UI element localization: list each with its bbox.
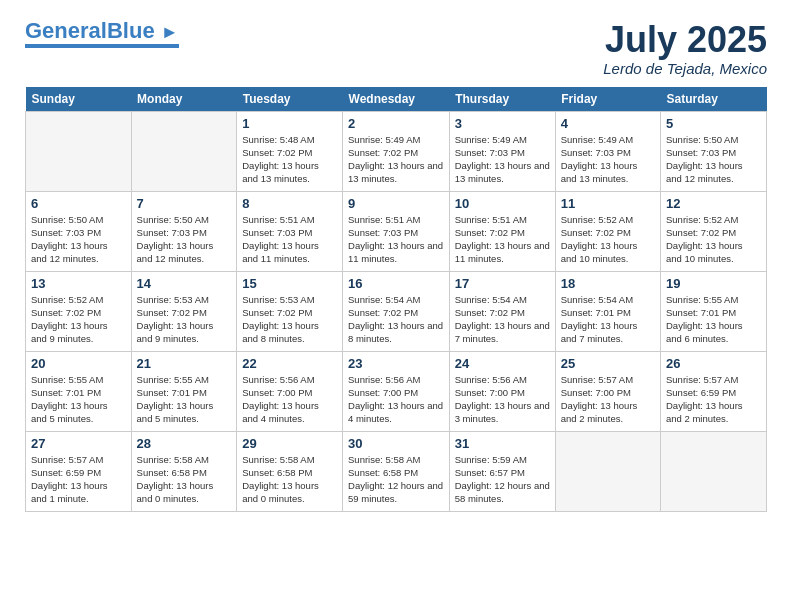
- title-section: July 2025 Lerdo de Tejada, Mexico: [603, 20, 767, 77]
- calendar-cell: [555, 431, 660, 511]
- day-number: 6: [31, 196, 126, 211]
- day-info: Sunrise: 5:50 AMSunset: 7:03 PMDaylight:…: [137, 213, 232, 266]
- location-text: Lerdo de Tejada, Mexico: [603, 60, 767, 77]
- calendar-cell: 15Sunrise: 5:53 AMSunset: 7:02 PMDayligh…: [237, 271, 343, 351]
- calendar-cell: 31Sunrise: 5:59 AMSunset: 6:57 PMDayligh…: [449, 431, 555, 511]
- calendar-cell: [660, 431, 766, 511]
- week-row-2: 6Sunrise: 5:50 AMSunset: 7:03 PMDaylight…: [26, 191, 767, 271]
- week-row-4: 20Sunrise: 5:55 AMSunset: 7:01 PMDayligh…: [26, 351, 767, 431]
- day-number: 17: [455, 276, 550, 291]
- day-header-tuesday: Tuesday: [237, 87, 343, 112]
- day-info: Sunrise: 5:54 AMSunset: 7:01 PMDaylight:…: [561, 293, 655, 346]
- calendar-cell: 8Sunrise: 5:51 AMSunset: 7:03 PMDaylight…: [237, 191, 343, 271]
- logo: GeneralBlue ►: [25, 20, 179, 48]
- day-number: 22: [242, 356, 337, 371]
- day-info: Sunrise: 5:59 AMSunset: 6:57 PMDaylight:…: [455, 453, 550, 506]
- day-info: Sunrise: 5:56 AMSunset: 7:00 PMDaylight:…: [455, 373, 550, 426]
- calendar-cell: 7Sunrise: 5:50 AMSunset: 7:03 PMDaylight…: [131, 191, 237, 271]
- day-number: 16: [348, 276, 444, 291]
- page-header: GeneralBlue ► July 2025 Lerdo de Tejada,…: [25, 20, 767, 77]
- day-number: 13: [31, 276, 126, 291]
- day-info: Sunrise: 5:48 AMSunset: 7:02 PMDaylight:…: [242, 133, 337, 186]
- day-info: Sunrise: 5:51 AMSunset: 7:03 PMDaylight:…: [348, 213, 444, 266]
- day-info: Sunrise: 5:52 AMSunset: 7:02 PMDaylight:…: [31, 293, 126, 346]
- day-number: 7: [137, 196, 232, 211]
- day-info: Sunrise: 5:57 AMSunset: 6:59 PMDaylight:…: [666, 373, 761, 426]
- day-info: Sunrise: 5:51 AMSunset: 7:02 PMDaylight:…: [455, 213, 550, 266]
- day-number: 28: [137, 436, 232, 451]
- calendar-cell: 21Sunrise: 5:55 AMSunset: 7:01 PMDayligh…: [131, 351, 237, 431]
- day-number: 11: [561, 196, 655, 211]
- day-info: Sunrise: 5:53 AMSunset: 7:02 PMDaylight:…: [137, 293, 232, 346]
- day-number: 3: [455, 116, 550, 131]
- logo-text: GeneralBlue ►: [25, 20, 179, 42]
- calendar-cell: 2Sunrise: 5:49 AMSunset: 7:02 PMDaylight…: [343, 111, 450, 191]
- day-number: 31: [455, 436, 550, 451]
- logo-blue: Blue: [107, 18, 155, 43]
- day-number: 21: [137, 356, 232, 371]
- day-info: Sunrise: 5:55 AMSunset: 7:01 PMDaylight:…: [666, 293, 761, 346]
- day-number: 18: [561, 276, 655, 291]
- day-header-friday: Friday: [555, 87, 660, 112]
- day-number: 24: [455, 356, 550, 371]
- calendar-cell: 26Sunrise: 5:57 AMSunset: 6:59 PMDayligh…: [660, 351, 766, 431]
- header-row: SundayMondayTuesdayWednesdayThursdayFrid…: [26, 87, 767, 112]
- day-info: Sunrise: 5:58 AMSunset: 6:58 PMDaylight:…: [137, 453, 232, 506]
- calendar-cell: 17Sunrise: 5:54 AMSunset: 7:02 PMDayligh…: [449, 271, 555, 351]
- calendar-cell: 12Sunrise: 5:52 AMSunset: 7:02 PMDayligh…: [660, 191, 766, 271]
- calendar-cell: 6Sunrise: 5:50 AMSunset: 7:03 PMDaylight…: [26, 191, 132, 271]
- calendar-cell: 1Sunrise: 5:48 AMSunset: 7:02 PMDaylight…: [237, 111, 343, 191]
- day-info: Sunrise: 5:52 AMSunset: 7:02 PMDaylight:…: [561, 213, 655, 266]
- day-info: Sunrise: 5:55 AMSunset: 7:01 PMDaylight:…: [137, 373, 232, 426]
- logo-bar: [25, 44, 179, 48]
- calendar-cell: 3Sunrise: 5:49 AMSunset: 7:03 PMDaylight…: [449, 111, 555, 191]
- day-number: 9: [348, 196, 444, 211]
- day-number: 23: [348, 356, 444, 371]
- day-number: 27: [31, 436, 126, 451]
- day-number: 1: [242, 116, 337, 131]
- calendar-cell: [26, 111, 132, 191]
- calendar-cell: 27Sunrise: 5:57 AMSunset: 6:59 PMDayligh…: [26, 431, 132, 511]
- day-header-wednesday: Wednesday: [343, 87, 450, 112]
- week-row-1: 1Sunrise: 5:48 AMSunset: 7:02 PMDaylight…: [26, 111, 767, 191]
- day-number: 2: [348, 116, 444, 131]
- day-number: 30: [348, 436, 444, 451]
- calendar-table: SundayMondayTuesdayWednesdayThursdayFrid…: [25, 87, 767, 512]
- calendar-cell: 16Sunrise: 5:54 AMSunset: 7:02 PMDayligh…: [343, 271, 450, 351]
- day-info: Sunrise: 5:54 AMSunset: 7:02 PMDaylight:…: [348, 293, 444, 346]
- week-row-5: 27Sunrise: 5:57 AMSunset: 6:59 PMDayligh…: [26, 431, 767, 511]
- day-number: 15: [242, 276, 337, 291]
- day-info: Sunrise: 5:52 AMSunset: 7:02 PMDaylight:…: [666, 213, 761, 266]
- calendar-cell: 4Sunrise: 5:49 AMSunset: 7:03 PMDaylight…: [555, 111, 660, 191]
- day-info: Sunrise: 5:57 AMSunset: 6:59 PMDaylight:…: [31, 453, 126, 506]
- day-header-saturday: Saturday: [660, 87, 766, 112]
- day-header-monday: Monday: [131, 87, 237, 112]
- day-info: Sunrise: 5:56 AMSunset: 7:00 PMDaylight:…: [348, 373, 444, 426]
- calendar-cell: 25Sunrise: 5:57 AMSunset: 7:00 PMDayligh…: [555, 351, 660, 431]
- calendar-cell: 18Sunrise: 5:54 AMSunset: 7:01 PMDayligh…: [555, 271, 660, 351]
- day-header-thursday: Thursday: [449, 87, 555, 112]
- calendar-cell: 29Sunrise: 5:58 AMSunset: 6:58 PMDayligh…: [237, 431, 343, 511]
- calendar-cell: 23Sunrise: 5:56 AMSunset: 7:00 PMDayligh…: [343, 351, 450, 431]
- calendar-cell: 14Sunrise: 5:53 AMSunset: 7:02 PMDayligh…: [131, 271, 237, 351]
- day-info: Sunrise: 5:54 AMSunset: 7:02 PMDaylight:…: [455, 293, 550, 346]
- day-info: Sunrise: 5:51 AMSunset: 7:03 PMDaylight:…: [242, 213, 337, 266]
- calendar-cell: 20Sunrise: 5:55 AMSunset: 7:01 PMDayligh…: [26, 351, 132, 431]
- day-info: Sunrise: 5:50 AMSunset: 7:03 PMDaylight:…: [31, 213, 126, 266]
- calendar-cell: 28Sunrise: 5:58 AMSunset: 6:58 PMDayligh…: [131, 431, 237, 511]
- day-number: 29: [242, 436, 337, 451]
- calendar-cell: 30Sunrise: 5:58 AMSunset: 6:58 PMDayligh…: [343, 431, 450, 511]
- calendar-cell: 13Sunrise: 5:52 AMSunset: 7:02 PMDayligh…: [26, 271, 132, 351]
- day-number: 25: [561, 356, 655, 371]
- day-info: Sunrise: 5:58 AMSunset: 6:58 PMDaylight:…: [348, 453, 444, 506]
- day-info: Sunrise: 5:49 AMSunset: 7:03 PMDaylight:…: [455, 133, 550, 186]
- day-info: Sunrise: 5:56 AMSunset: 7:00 PMDaylight:…: [242, 373, 337, 426]
- day-info: Sunrise: 5:58 AMSunset: 6:58 PMDaylight:…: [242, 453, 337, 506]
- day-number: 10: [455, 196, 550, 211]
- day-number: 8: [242, 196, 337, 211]
- day-header-sunday: Sunday: [26, 87, 132, 112]
- logo-general: General: [25, 18, 107, 43]
- day-number: 26: [666, 356, 761, 371]
- calendar-cell: 11Sunrise: 5:52 AMSunset: 7:02 PMDayligh…: [555, 191, 660, 271]
- week-row-3: 13Sunrise: 5:52 AMSunset: 7:02 PMDayligh…: [26, 271, 767, 351]
